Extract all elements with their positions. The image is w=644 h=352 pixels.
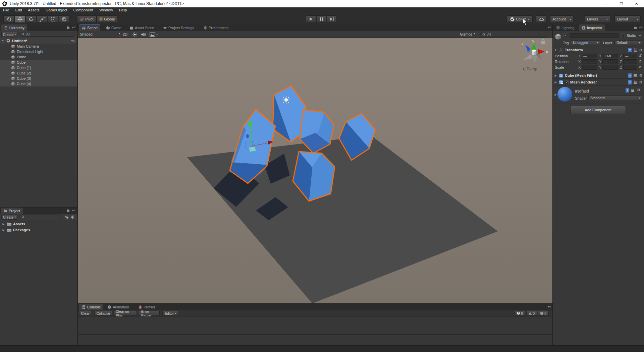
scene-effects-toggle-icon[interactable]	[150, 33, 155, 37]
panel-menu-icon[interactable]: ▾≡	[547, 305, 551, 308]
project-folder-packages[interactable]: ▶ Packages	[0, 227, 77, 233]
foldout-icon[interactable]: ▼	[1, 39, 4, 42]
hierarchy-search-input[interactable]	[25, 32, 73, 37]
presets-icon[interactable]	[631, 88, 635, 92]
lock-icon[interactable]	[634, 25, 637, 29]
transform-header[interactable]: ▼ Transform ? ⚙	[553, 47, 644, 53]
gear-icon[interactable]: ⚙	[639, 73, 642, 78]
tab-scene[interactable]: Scene	[79, 24, 100, 31]
cloud-button[interactable]	[536, 15, 547, 23]
console-collapse-button[interactable]: Collapse	[95, 311, 112, 316]
tab-hierarchy[interactable]: Hierarchy	[1, 24, 27, 31]
panel-menu-icon[interactable]: ▾≡	[72, 209, 75, 212]
layer-dropdown[interactable]: Default▾	[614, 40, 642, 45]
hierarchy-create-button[interactable]: Create▾	[1, 32, 17, 37]
menu-help[interactable]: Help	[116, 8, 130, 12]
rotate-tool-button[interactable]	[25, 15, 36, 23]
scene-viewport[interactable]: y x z Persp	[78, 38, 552, 303]
gear-icon[interactable]: ⚙	[639, 80, 642, 84]
presets-icon[interactable]	[633, 73, 637, 77]
console-error-pause-button[interactable]: Error Pause	[139, 311, 160, 316]
gear-icon[interactable]: ⚙	[637, 88, 640, 92]
scene-lighting-toggle-icon[interactable]	[132, 32, 137, 37]
panel-menu-icon[interactable]: ▾≡	[72, 25, 75, 29]
scale-x-field[interactable]: —	[582, 65, 597, 70]
scene-audio-toggle-icon[interactable]	[141, 32, 146, 37]
2d-toggle[interactable]: 2D	[123, 32, 127, 36]
panel-menu-icon[interactable]: ▾≡	[547, 25, 551, 29]
tab-preferences[interactable]: Preferences	[201, 24, 231, 31]
scene-root-row[interactable]: ▼ Untitled* ▾≡	[0, 38, 77, 44]
reset-position-icon[interactable]: ↺	[639, 54, 642, 58]
menu-gameobject[interactable]: GameObject	[43, 8, 70, 12]
static-dropdown-icon[interactable]: ▼	[639, 34, 641, 37]
minimize-button[interactable]: –	[599, 0, 614, 7]
panel-menu-icon[interactable]: ▾≡	[639, 25, 643, 29]
hierarchy-item-main-camera[interactable]: Main Camera	[0, 44, 77, 49]
static-checkbox[interactable]	[621, 34, 625, 37]
hierarchy-item-cube-2[interactable]: Cube (2)	[0, 70, 77, 76]
hierarchy-item-cube-1[interactable]: Cube (1)	[0, 65, 77, 70]
foldout-icon[interactable]: ▼	[554, 49, 557, 52]
tab-lighting[interactable]: Lighting	[553, 24, 577, 31]
project-search[interactable]	[19, 215, 62, 219]
scale-tool-button[interactable]	[37, 15, 47, 23]
account-dropdown[interactable]: Account▾	[550, 15, 574, 23]
menu-assets[interactable]: Assets	[25, 8, 43, 12]
hierarchy-item-cube[interactable]: Cube	[0, 60, 77, 65]
hierarchy-search[interactable]	[19, 32, 75, 37]
active-checkbox[interactable]: ✓	[564, 34, 567, 37]
mesh-filter-header[interactable]: ▶ Cube (Mesh Filter) ? ⚙	[553, 72, 644, 78]
tab-asset-store[interactable]: Asset Store	[127, 24, 157, 31]
tab-console[interactable]: Console	[79, 304, 103, 310]
global-toggle-button[interactable]: Global	[97, 15, 117, 23]
console-warning-toggle[interactable]: 0	[526, 311, 537, 316]
console-info-toggle[interactable]: 0	[515, 311, 525, 316]
reset-rotation-icon[interactable]: ↺	[639, 59, 642, 64]
scene-search[interactable]	[480, 32, 547, 37]
foldout-icon[interactable]: ▶	[2, 229, 5, 232]
scene-search-input[interactable]	[486, 32, 545, 37]
transform-tool-button[interactable]	[59, 15, 69, 23]
layers-dropdown[interactable]: Layers▾	[585, 15, 610, 23]
tab-project[interactable]: Project	[1, 208, 23, 214]
scene-menu-icon[interactable]: ▾≡	[71, 39, 75, 43]
position-z-field[interactable]: —	[623, 54, 637, 58]
rotation-z-field[interactable]: —	[623, 59, 637, 64]
foldout-icon[interactable]: ▶	[2, 223, 5, 226]
layout-dropdown[interactable]: Layout▾	[614, 15, 641, 23]
shader-dropdown[interactable]: Standard▾	[588, 96, 642, 100]
tab-game[interactable]: Game	[103, 24, 124, 31]
help-icon[interactable]: ?	[625, 88, 629, 93]
pause-button[interactable]	[316, 15, 326, 23]
rect-tool-button[interactable]	[48, 15, 58, 23]
rotation-y-field[interactable]: —	[602, 59, 618, 64]
position-y-field[interactable]: 1.68	[602, 54, 618, 58]
collab-button[interactable]: Collab▾	[506, 15, 533, 23]
presets-icon[interactable]	[633, 48, 637, 52]
position-x-field[interactable]: —	[582, 54, 597, 58]
name-field[interactable]: —	[570, 33, 619, 38]
foldout-icon[interactable]: ▶	[554, 81, 557, 84]
foldout-icon[interactable]: ▶	[554, 74, 557, 77]
project-folder-assets[interactable]: ▶ Assets	[0, 221, 77, 227]
console-error-toggle[interactable]: 0	[538, 311, 549, 316]
console-clear-button[interactable]: Clear	[79, 311, 91, 316]
tab-project-settings[interactable]: Project Settings	[160, 24, 197, 31]
lock-icon[interactable]	[67, 25, 70, 29]
search-by-label-icon[interactable]	[70, 215, 74, 219]
project-create-button[interactable]: Create▾	[1, 215, 17, 220]
reset-scale-icon[interactable]: ↺	[639, 65, 642, 69]
move-gizmo-z-handle[interactable]	[246, 135, 249, 138]
hierarchy-item-cube-3[interactable]: Cube (3)	[0, 76, 77, 81]
hierarchy-item-cube-4[interactable]: Cube (4)	[0, 81, 77, 86]
help-icon[interactable]: ?	[628, 80, 632, 84]
console-log-area[interactable]	[78, 316, 552, 345]
move-tool-button[interactable]	[14, 15, 25, 23]
rotation-x-field[interactable]: —	[582, 59, 597, 64]
step-button[interactable]	[327, 15, 337, 23]
mesh-renderer-checkbox[interactable]: ✓	[565, 80, 569, 84]
menu-component[interactable]: Component	[70, 8, 96, 12]
hierarchy-item-plane[interactable]: Plane	[0, 54, 77, 60]
gizmos-dropdown[interactable]: Gizmos▾	[460, 32, 475, 36]
